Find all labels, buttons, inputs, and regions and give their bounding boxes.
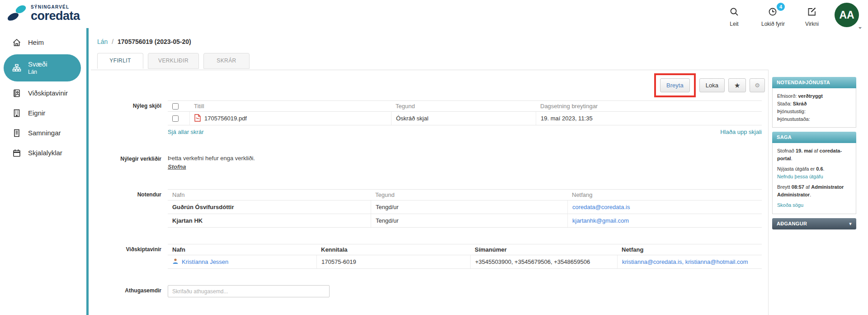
service-row: Þjónustustaða:: [777, 115, 851, 123]
user-name: Kjartan HK: [168, 214, 371, 227]
sidebar-item-svaedi[interactable]: Svæði Lán: [4, 54, 81, 81]
name-version-link[interactable]: Nefndu þessa útgáfu: [777, 174, 823, 179]
table-row: 1705756019.pdf Óskráð skjal 19. maí 2023…: [168, 112, 762, 125]
col-kennitala: Kennitala: [316, 244, 470, 255]
sidebar-item-skjalalyklar[interactable]: Skjalalyklar: [0, 143, 86, 163]
table-header-row: Nafn Kennitala Símanúmer Netfang: [168, 244, 762, 255]
activity-button[interactable]: Virkni: [796, 3, 828, 27]
panel-adgangur: AÐGANGUR ▾: [772, 218, 856, 229]
section-clients: Viðskiptavinir Nafn Kennitala Símanúmer …: [91, 244, 762, 269]
sidebar-item-label: Skjalalyklar: [28, 149, 62, 158]
col-titill: Titill: [189, 101, 391, 111]
panel-title: NOTENDAÞJÓNUSTA: [772, 77, 856, 88]
section-label: Nýlegir verkliðir: [94, 156, 161, 162]
section-users: Notendur Nafn Tegund Netfang Guðrún Ósví…: [91, 189, 762, 228]
avatar[interactable]: AA: [835, 3, 859, 27]
service-row: Staða: Skráð: [777, 100, 851, 108]
document-modified: 19. maí 2023, 11:35: [536, 112, 762, 125]
done-for-button[interactable]: 4 Lokið fyrir: [757, 3, 789, 27]
service-row: Efnisorð: verðtryggt: [777, 92, 851, 100]
table-row: Kjartan HK Tengd/ur kjartanhk@gmail.com: [168, 214, 762, 228]
col-netfang: Netfang: [567, 190, 762, 200]
search-button[interactable]: Leit: [718, 3, 750, 27]
calendar-icon: [12, 148, 22, 158]
sidebar-item-eignir[interactable]: Eignir: [0, 103, 86, 123]
main-content: Lán / 1705756019 (2023-05-20) YFIRLIT VE…: [91, 28, 769, 315]
panel-saga: SAGA Stofnað 19. maí af coredata-portal.…: [772, 132, 856, 214]
content-divider: [91, 70, 769, 70]
address-book-icon: [12, 88, 22, 98]
panel-title: SAGA: [772, 132, 856, 143]
app-logo[interactable]: SÝNINGARVÉL coredata: [7, 4, 80, 24]
client-name-link[interactable]: Kristíanna Jessen: [182, 258, 228, 265]
sidebar-item-vidskiptavinir[interactable]: Viðskiptavinir: [0, 83, 86, 103]
building-icon: [12, 108, 22, 118]
tab-bar: YFIRLIT VERKLIÐIR SKRÁR: [97, 53, 250, 69]
breyta-highlight-box: Breyta: [654, 73, 696, 97]
client-email-link[interactable]: kristianna@coredata.is, kristianna@hotma…: [622, 258, 748, 265]
col-nafn: Nafn: [168, 190, 371, 200]
app-name: coredata: [31, 10, 80, 22]
select-all-checkbox[interactable]: [172, 103, 179, 110]
document-icon: [12, 128, 22, 138]
edit-button[interactable]: Breyta: [660, 78, 690, 92]
comment-input[interactable]: [168, 285, 330, 297]
tab-yfirlit[interactable]: YFIRLIT: [97, 53, 143, 69]
user-type: Tengd/ur: [371, 214, 567, 227]
table-row: Guðrún Ósvífursdóttir Tengd/ur coredata@…: [168, 200, 762, 214]
section-comments: Athugasemdir: [91, 285, 762, 297]
user-menu[interactable]: AA ⌄: [835, 3, 862, 28]
sitemap-icon: [12, 63, 22, 73]
section-label: Notendur: [94, 191, 161, 198]
breadcrumb-current: 1705756019 (2023-05-20): [118, 38, 191, 45]
table-row: Kristíanna Jessen 170575-6019 +354550390…: [168, 255, 762, 269]
see-all-files-link[interactable]: Sjá allar skrár: [168, 129, 203, 135]
view-history-link[interactable]: Skoða sögu: [777, 202, 803, 208]
table-header-row: Nafn Tegund Netfang: [168, 189, 762, 200]
user-email-link[interactable]: coredata@coredata.is: [572, 204, 630, 210]
section-label: Athugasemdir: [94, 287, 161, 294]
breadcrumb-separator: /: [112, 38, 113, 45]
col-tegund: Tegund: [371, 190, 567, 200]
sidebar-item-heim[interactable]: Heim: [0, 33, 86, 52]
user-email-link[interactable]: kjartanhk@gmail.com: [572, 217, 629, 224]
home-icon: [12, 38, 22, 48]
panel-title: AÐGANGUR: [777, 218, 807, 229]
toolbar: Breyta Loka ★ ⚙: [654, 73, 765, 97]
close-button[interactable]: Loka: [699, 78, 725, 92]
sidebar-item-label: Heim: [28, 38, 44, 47]
row-checkbox[interactable]: [172, 115, 179, 122]
section-recent-docs: Nýleg skjöl Titill Tegund Dagsetning bre…: [91, 100, 762, 135]
sidebar-item-samningar[interactable]: Samningar: [0, 123, 86, 143]
history-created: Stofnað 19. maí af coredata-portal.: [777, 147, 851, 162]
create-task-link[interactable]: Stofna: [168, 163, 186, 170]
breadcrumb-parent-link[interactable]: Lán: [97, 38, 108, 45]
sidebar-item-label: Svæði: [28, 60, 47, 69]
no-tasks-text: Þetta verkefni hefur enga verkliði.: [168, 155, 762, 162]
search-label: Leit: [730, 21, 738, 27]
settings-gear-button[interactable]: ⚙: [750, 78, 765, 92]
upload-document-link[interactable]: Hlaða upp skjali: [720, 129, 762, 135]
col-nafn: Nafn: [168, 244, 316, 255]
breadcrumb: Lán / 1705756019 (2023-05-20): [97, 38, 191, 45]
client-ssn: 170575-6019: [316, 255, 470, 268]
activity-label: Virkni: [805, 21, 819, 27]
panel-divider: [768, 70, 769, 315]
table-header-row: Titill Tegund Dagsetning breytingar: [168, 100, 762, 112]
search-icon: [729, 6, 740, 19]
client-phones: +3545503900, +3545679506, +3548659506: [470, 255, 617, 268]
top-header: SÝNINGARVÉL coredata Leit 4 Lokið fyrir …: [0, 0, 868, 28]
access-panel-toggle[interactable]: AÐGANGUR ▾: [772, 218, 856, 229]
chevron-down-icon: ▾: [849, 218, 852, 229]
document-link[interactable]: 1705756019.pdf: [204, 115, 247, 122]
coredata-logo-icon: [7, 4, 27, 24]
tab-skrar[interactable]: SKRÁR: [203, 53, 250, 69]
sidebar-item-label: Eignir: [28, 109, 45, 118]
right-panel: NOTENDAÞJÓNUSTA Efnisorð: verðtryggt Sta…: [772, 77, 856, 234]
tab-verklidir[interactable]: VERKLIÐIR: [148, 53, 199, 69]
panel-notendathjonusta: NOTENDAÞJÓNUSTA Efnisorð: verðtryggt Sta…: [772, 77, 856, 128]
chevron-down-icon: ⌄: [858, 23, 863, 30]
section-label: Viðskiptavinir: [94, 246, 161, 253]
user-name: Guðrún Ósvífursdóttir: [168, 200, 371, 214]
favorite-star-button[interactable]: ★: [728, 78, 746, 92]
